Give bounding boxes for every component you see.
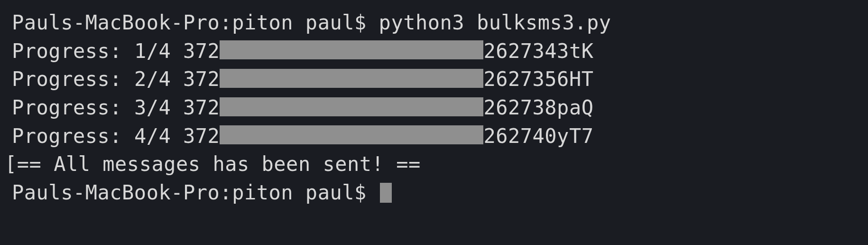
terminal-cursor	[380, 183, 392, 203]
shell-prompt: Pauls-MacBook-Pro:piton paul$	[12, 9, 367, 37]
progress-line-4: Progress: 4/4 372262740yT7	[12, 122, 856, 151]
progress-line-2: Progress: 2/4 3722627356HT	[12, 65, 856, 94]
progress-prefix: 372	[183, 122, 220, 151]
progress-line-1: Progress: 1/4 3722627343tK	[12, 37, 856, 66]
command-text: python3 bulksms3.py	[379, 9, 611, 37]
redacted-block	[220, 97, 483, 116]
shell-prompt: Pauls-MacBook-Pro:piton paul$	[12, 179, 367, 207]
redacted-block	[220, 40, 483, 59]
bracket-char: [	[5, 150, 17, 179]
progress-prefix: 372	[183, 37, 220, 66]
progress-prefix: 372	[183, 65, 220, 94]
progress-count: 4/4	[134, 122, 171, 151]
progress-count: 1/4	[134, 37, 171, 66]
progress-label: Progress:	[12, 65, 122, 94]
progress-suffix: 2627343tK	[483, 37, 593, 66]
progress-suffix: 2627356HT	[483, 65, 593, 94]
completion-line: [== All messages has been sent! ==	[12, 150, 856, 179]
progress-label: Progress:	[12, 122, 122, 151]
terminal-command-line: Pauls-MacBook-Pro:piton paul$ python3 bu…	[12, 9, 856, 37]
progress-count: 3/4	[134, 94, 171, 122]
terminal-prompt-line[interactable]: Pauls-MacBook-Pro:piton paul$	[12, 179, 856, 207]
progress-suffix: 262738paQ	[483, 94, 593, 122]
redacted-block	[220, 69, 483, 88]
progress-label: Progress:	[12, 37, 122, 66]
progress-count: 2/4	[134, 65, 171, 94]
progress-prefix: 372	[183, 94, 220, 122]
progress-suffix: 262740yT7	[483, 122, 593, 151]
redacted-block	[220, 125, 483, 144]
completion-message: == All messages has been sent! ==	[17, 150, 421, 179]
progress-line-3: Progress: 3/4 372262738paQ	[12, 94, 856, 122]
progress-label: Progress:	[12, 94, 122, 122]
